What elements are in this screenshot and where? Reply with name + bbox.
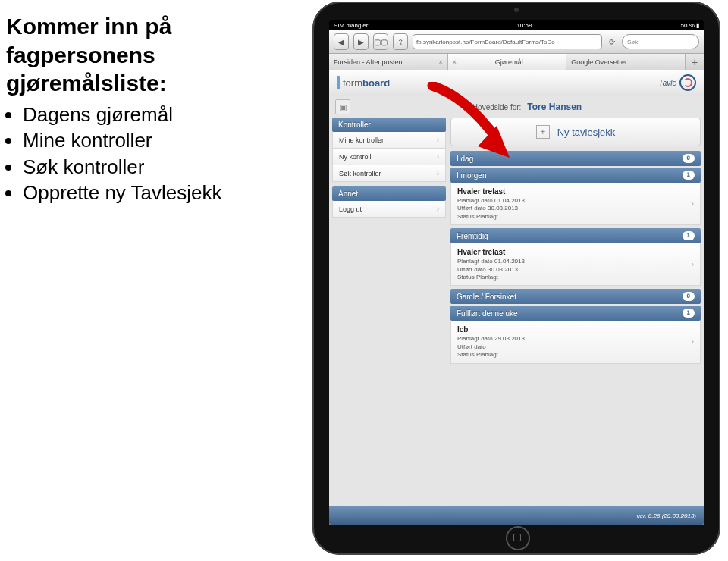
user-name: Tore Hansen — [527, 102, 582, 112]
task-row[interactable]: Icb Planlagt dato 29.03.2013 Utført dato… — [450, 321, 701, 363]
slide-text-block: Kommer inn på fagpersonens gjøremålslist… — [6, 12, 264, 207]
home-icon[interactable]: ▣ — [335, 99, 350, 114]
group-title: Fullført denne uke — [457, 309, 518, 318]
tab-label: Google Oversetter — [571, 58, 627, 66]
group-header-idag[interactable]: I dag0 — [450, 151, 701, 166]
bookmarks-button[interactable]: ▢▢ — [373, 33, 388, 50]
row-label: Mine kontroller — [339, 136, 384, 144]
ios-status-bar: SIM mangler 10:58 50 % ▮ — [329, 20, 704, 30]
tavle-logo: Tavle — [658, 74, 696, 91]
tab-label: Gjøremål — [457, 58, 561, 66]
subheader: ▣ Hovedside for: Tore Hansen — [329, 96, 704, 118]
task-row[interactable]: Hvaler trelast Planlagt dato 01.04.2013 … — [450, 183, 701, 225]
task-title: Hvaler trelast — [457, 186, 525, 196]
task-status: Status Planlagt — [457, 213, 525, 221]
formboard-logo: formboard — [337, 76, 390, 89]
task-title: Hvaler trelast — [457, 247, 525, 257]
task-planlagt: Planlagt dato 01.04.2013 — [457, 197, 525, 205]
chevron-right-icon: › — [437, 136, 439, 144]
task-meta: Hvaler trelast Planlagt dato 01.04.2013 … — [457, 186, 528, 221]
chevron-right-icon: › — [692, 260, 694, 268]
section-header-annet: Annet — [332, 186, 446, 201]
count-badge: 1 — [682, 309, 695, 318]
url-text: fb.synkarionpost.no/FormBoard/DefaultFor… — [416, 39, 555, 45]
tab-label: Forsiden - Aftenposten — [334, 58, 403, 66]
status-battery: 50 % ▮ — [681, 22, 699, 29]
status-left: SIM mangler — [334, 22, 368, 29]
count-badge: 1 — [682, 231, 695, 240]
ipad-camera — [514, 8, 519, 12]
left-column: Kontroller Mine kontroller› Ny kontroll›… — [332, 118, 446, 364]
task-title: Icb — [457, 324, 525, 334]
app-footer: ver. 0.26 (29.03.2013) — [329, 506, 704, 525]
task-status: Status Planlagt — [457, 351, 525, 359]
group-title: I morgen — [457, 171, 486, 180]
logo-text-board: board — [362, 77, 390, 89]
browser-toolbar: ◀ ▶ ▢▢ ⇪ fb.synkarionpost.no/FormBoard/D… — [329, 30, 704, 54]
footer-version: ver. 0.26 (29.03.2013) — [637, 512, 696, 519]
reload-button[interactable]: ⟳ — [607, 38, 617, 46]
chevron-right-icon: › — [437, 169, 439, 177]
slide-bullet: Mine kontroller — [23, 128, 264, 153]
group-header-gamle[interactable]: Gamle / Forsinket0 — [450, 289, 701, 304]
search-placeholder: Søk — [627, 39, 638, 45]
group-header-imorgen[interactable]: I morgen1 — [450, 168, 701, 183]
app-content: formboard Tavle ▣ Hovedside for: Tore Ha… — [329, 70, 704, 525]
forward-button[interactable]: ▶ — [353, 33, 369, 50]
ipad-home-button[interactable] — [506, 526, 530, 550]
section-title: Annet — [338, 190, 358, 198]
task-utfort: Utført dato 30.03.2013 — [457, 266, 525, 274]
count-badge: 0 — [682, 154, 695, 163]
close-icon[interactable]: × — [438, 58, 442, 66]
subheader-label: Hovedside for: — [472, 103, 521, 111]
task-status: Status Planlagt — [457, 274, 525, 281]
task-planlagt: Planlagt dato 01.04.2013 — [457, 258, 525, 265]
group-header-fullfort[interactable]: Fullført denne uke1 — [450, 306, 701, 321]
chevron-right-icon: › — [437, 152, 439, 161]
task-meta: Icb Planlagt dato 29.03.2013 Utført dato… — [457, 324, 528, 359]
group-title: Gamle / Forsinket — [457, 293, 516, 301]
row-label: Ny kontroll — [339, 153, 372, 161]
tavle-icon — [679, 74, 696, 91]
right-column: + Ny tavlesjekk I dag0 I morgen1 Hvaler … — [450, 118, 701, 364]
logo-text-form: form — [343, 77, 362, 89]
row-label: Søk kontroller — [339, 170, 381, 177]
browser-tabs: Forsiden - Aftenposten × × Gjøremål Goog… — [329, 54, 704, 71]
tab-google-oversetter[interactable]: Google Oversetter — [566, 54, 686, 71]
ny-tavlesjekk-button[interactable]: + Ny tavlesjekk — [450, 118, 701, 146]
task-utfort: Utført dato 30.03.2013 — [457, 205, 525, 212]
chevron-right-icon: › — [692, 337, 694, 346]
slide-bullet: Søk kontroller — [23, 155, 264, 180]
slide-bullet-list: Dagens gjøremål Mine kontroller Søk kont… — [6, 102, 264, 205]
slide-heading-line3: gjøremålsliste: — [6, 69, 264, 98]
tab-gjoremal[interactable]: × Gjøremål — [448, 54, 567, 71]
url-bar[interactable]: fb.synkarionpost.no/FormBoard/DefaultFor… — [413, 34, 602, 49]
slide-bullet: Opprette ny Tavlesjekk — [23, 180, 264, 205]
row-label: Logg ut — [339, 205, 362, 213]
count-badge: 0 — [682, 292, 695, 301]
plus-icon: + — [536, 125, 550, 139]
section-title: Kontroller — [338, 121, 371, 129]
tab-aftenposten[interactable]: Forsiden - Aftenposten × — [329, 54, 448, 71]
app-header: formboard Tavle — [329, 70, 704, 96]
group-title: I dag — [457, 155, 473, 163]
group-header-fremtidig[interactable]: Fremtidig1 — [450, 228, 701, 243]
search-input[interactable]: Søk — [622, 34, 699, 49]
chevron-right-icon: › — [437, 205, 439, 213]
task-meta: Hvaler trelast Planlagt dato 01.04.2013 … — [457, 247, 528, 281]
task-planlagt: Planlagt dato 29.03.2013 — [457, 335, 525, 343]
ipad-screen: SIM mangler 10:58 50 % ▮ ◀ ▶ ▢▢ ⇪ fb.syn… — [329, 20, 704, 525]
count-badge: 1 — [682, 171, 695, 180]
slide-bullet: Dagens gjøremål — [23, 102, 264, 127]
back-button[interactable]: ◀ — [334, 33, 349, 50]
row-mine-kontroller[interactable]: Mine kontroller› — [332, 132, 446, 149]
section-header-kontroller: Kontroller — [332, 118, 446, 132]
slide-heading-line1: Kommer inn på — [6, 12, 264, 41]
share-button[interactable]: ⇪ — [393, 33, 408, 50]
row-logg-ut[interactable]: Logg ut› — [332, 201, 446, 218]
group-title: Fremtidig — [457, 232, 488, 240]
new-tab-button[interactable]: + — [686, 54, 704, 71]
row-sok-kontroller[interactable]: Søk kontroller› — [332, 165, 446, 182]
row-ny-kontroll[interactable]: Ny kontroll› — [332, 149, 446, 165]
task-row[interactable]: Hvaler trelast Planlagt dato 01.04.2013 … — [450, 243, 701, 286]
